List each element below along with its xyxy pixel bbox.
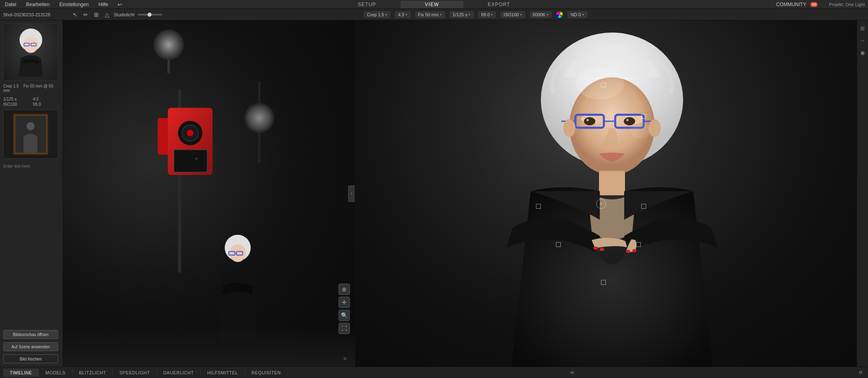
panel-icon-grid[interactable]: ⊞ bbox=[858, 24, 867, 33]
tab-hilfsmittel[interactable]: HILFSMITTEL bbox=[201, 369, 245, 377]
fullscreen-control[interactable]: ⛶ bbox=[339, 323, 350, 334]
cursor-icon[interactable]: ↖ bbox=[72, 11, 79, 18]
menu-datei[interactable]: Datei bbox=[3, 1, 18, 8]
preview-image bbox=[356, 20, 868, 367]
svg-point-6 bbox=[26, 122, 35, 130]
studiolicht-label: Studiolicht bbox=[114, 12, 135, 17]
svg-point-17 bbox=[230, 244, 246, 262]
timeline-collapse-icon[interactable]: ≪ bbox=[568, 369, 576, 377]
portrait-container bbox=[449, 20, 775, 367]
boom-svg bbox=[239, 81, 280, 171]
svg-rect-38 bbox=[599, 171, 625, 195]
grid-icon[interactable]: ⊞ bbox=[93, 11, 100, 18]
svg-point-43 bbox=[575, 67, 624, 100]
tab-setup[interactable]: SETUP bbox=[334, 1, 401, 8]
viewport-controls: ⊕ ✛ 🔍 ⛶ bbox=[339, 284, 350, 334]
panel-icon-resize[interactable]: ↔ bbox=[858, 36, 867, 45]
toolbar-left: Shot-20230210-213128 ↖ ✏ ⊞ △ Studiolicht bbox=[3, 11, 361, 18]
tab-models[interactable]: MODELS bbox=[39, 369, 72, 377]
softbox-svg bbox=[150, 28, 187, 73]
apply-button[interactable]: Auf Szene anwenden bbox=[3, 342, 58, 351]
center-viewport[interactable]: ⊕ ✛ 🔍 ⛶ ‹ ≡ bbox=[63, 20, 355, 367]
boom-light bbox=[239, 81, 280, 172]
menu-right: COMMUNITY 99 Projekt: One Light bbox=[776, 2, 865, 7]
studiolicht-slider[interactable] bbox=[138, 14, 162, 15]
shape-icon[interactable]: △ bbox=[103, 11, 111, 18]
svg-point-33 bbox=[624, 117, 635, 125]
wb-dropdown[interactable]: 6000K bbox=[530, 11, 552, 18]
right-panel-icons: ⊞ ↔ ◉ bbox=[857, 20, 868, 367]
tab-speedlight[interactable]: SPEEDLIGHT bbox=[113, 369, 157, 377]
secondary-toolbar: Shot-20230210-213128 ↖ ✏ ⊞ △ Studiolicht… bbox=[0, 9, 868, 20]
ratio-dropdown[interactable]: 4:3 bbox=[395, 11, 410, 18]
left-sidebar: Crop 1.5 Fix 50 mm @ 50 mm 1/125 s 4:3 I… bbox=[0, 20, 63, 367]
tab-export[interactable]: EXPORT bbox=[463, 1, 534, 8]
tab-timeline[interactable]: TIMELINE bbox=[3, 369, 39, 377]
floor-gradient bbox=[63, 326, 355, 367]
menu-hilfe[interactable]: Hilfe bbox=[97, 1, 110, 8]
panel-icon-circle[interactable]: ◉ bbox=[858, 48, 867, 57]
scene-background bbox=[63, 20, 355, 367]
menu-bar-left: Datei Bearbeiten Einstellungen Hilfe ↩ bbox=[3, 1, 124, 8]
scene-options-icon[interactable]: ≡ bbox=[343, 355, 347, 362]
tab-blitzlicht[interactable]: BLITZLICHT bbox=[72, 369, 113, 377]
svg-point-44 bbox=[630, 122, 651, 138]
menu-bearbeiten[interactable]: Bearbeiten bbox=[24, 1, 51, 8]
tab-dauerlicht[interactable]: DAUERLICHT bbox=[157, 369, 201, 377]
aperture-dropdown[interactable]: f/8.0 bbox=[478, 11, 496, 18]
svg-point-41 bbox=[626, 250, 630, 253]
bottom-bar: TIMELINE MODELS BLITZLICHT SPEEDLIGHT DA… bbox=[0, 367, 868, 378]
main-thumbnail[interactable] bbox=[3, 24, 58, 81]
svg-point-35 bbox=[626, 119, 629, 121]
preview-button[interactable]: Bildvorschau öffnen bbox=[3, 330, 58, 339]
svg-point-39 bbox=[593, 247, 598, 250]
secondary-thumbnail[interactable] bbox=[3, 110, 58, 159]
crop-meta: Crop 1.5 Fix 50 mm @ 50 mm bbox=[3, 84, 59, 93]
softbox-light bbox=[150, 28, 187, 73]
iso-dropdown[interactable]: ISO100 bbox=[501, 11, 525, 18]
shutter-dropdown[interactable]: 1/125 s bbox=[450, 11, 473, 18]
zoom-control[interactable]: 🔍 bbox=[339, 310, 350, 321]
svg-point-40 bbox=[599, 248, 604, 251]
community-badge: 99 bbox=[810, 2, 818, 7]
camera-svg bbox=[156, 96, 221, 185]
timeline-settings-icon[interactable]: ⚙ bbox=[857, 369, 865, 377]
svg-rect-8 bbox=[167, 59, 170, 73]
svg-point-7 bbox=[153, 29, 184, 60]
tab-view[interactable]: VIEW bbox=[401, 1, 464, 8]
photo-meta: 1/125 s 4:3 ISO100 f/8.0 bbox=[3, 97, 59, 107]
delete-button[interactable]: Bild löschen bbox=[3, 354, 58, 363]
move-control[interactable]: ⊕ bbox=[339, 284, 350, 295]
right-viewport[interactable]: ⊞ ↔ ◉ bbox=[356, 20, 868, 367]
color-wheel[interactable] bbox=[556, 11, 563, 18]
camera-object bbox=[156, 96, 221, 186]
tab-requisiten[interactable]: REQUISITEN bbox=[245, 369, 288, 377]
svg-point-34 bbox=[586, 119, 589, 121]
svg-rect-14 bbox=[174, 150, 207, 172]
pan-control[interactable]: ✛ bbox=[339, 297, 350, 308]
text-input[interactable] bbox=[3, 162, 58, 170]
crop-dropdown[interactable]: Crop 1.5 bbox=[364, 11, 390, 18]
toolbar-right: Crop 1.5 4:3 Fix 50 mm 1/125 s f/8.0 ISO… bbox=[364, 11, 865, 18]
shot-name: Shot-20230210-213128 bbox=[3, 12, 68, 17]
thumbnail-portrait-svg bbox=[13, 28, 49, 76]
svg-point-15 bbox=[195, 157, 197, 160]
project-name: Projekt: One Light bbox=[829, 2, 865, 7]
main-layout: Crop 1.5 Fix 50 mm @ 50 mm 1/125 s 4:3 I… bbox=[0, 20, 868, 367]
lens-dropdown[interactable]: Fix 50 mm bbox=[415, 11, 445, 18]
svg-point-13 bbox=[187, 130, 193, 136]
menu-bar: Datei Bearbeiten Einstellungen Hilfe ↩ S… bbox=[0, 0, 868, 9]
svg-point-32 bbox=[584, 117, 595, 125]
community-label[interactable]: COMMUNITY bbox=[776, 2, 806, 7]
svg-point-37 bbox=[649, 119, 661, 137]
nd-dropdown[interactable]: ND 0 bbox=[568, 11, 587, 18]
svg-point-42 bbox=[632, 249, 636, 252]
menu-einstellungen[interactable]: Einstellungen bbox=[58, 1, 90, 8]
collapse-arrow[interactable]: ‹ bbox=[348, 186, 355, 202]
svg-point-36 bbox=[563, 119, 575, 137]
svg-point-22 bbox=[244, 103, 275, 133]
undo-icon[interactable]: ↩ bbox=[116, 1, 124, 8]
brush-icon[interactable]: ✏ bbox=[82, 11, 89, 18]
thumbnail-scene-svg bbox=[11, 112, 50, 157]
nav-tabs: SETUP VIEW EXPORT bbox=[334, 1, 535, 8]
